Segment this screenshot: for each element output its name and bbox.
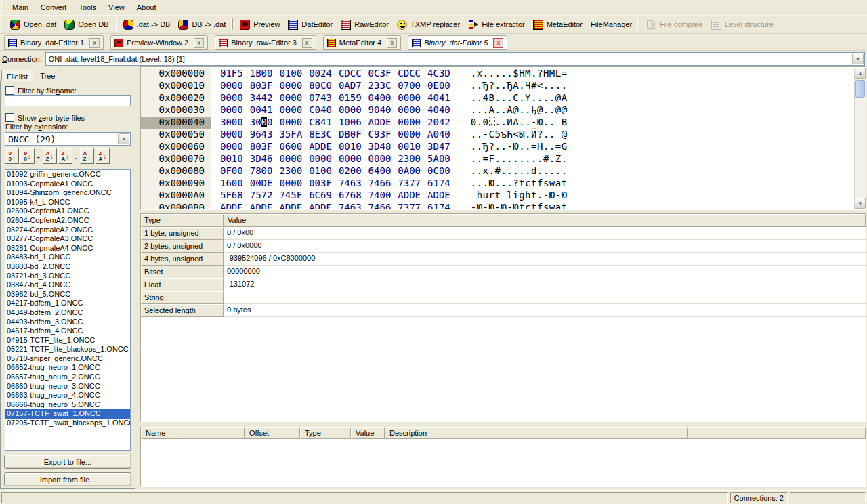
close-icon[interactable]: x bbox=[194, 38, 204, 48]
hex-byte-group[interactable]: 0000 bbox=[279, 80, 302, 92]
hex-byte-group[interactable]: 5F68 bbox=[220, 190, 243, 202]
column-header-description[interactable]: Description bbox=[385, 427, 688, 439]
list-item[interactable]: 02600-CopfemA1.ONCC bbox=[5, 207, 130, 216]
column-header-name[interactable]: Name bbox=[141, 427, 245, 439]
list-item[interactable]: 03962-bd_5.ONCC bbox=[5, 290, 130, 299]
scrollbar-thumb[interactable] bbox=[855, 80, 865, 98]
hex-byte-group[interactable]: 3442 bbox=[250, 92, 273, 104]
hex-byte-group[interactable]: ADDE bbox=[309, 202, 332, 209]
close-icon[interactable]: x bbox=[387, 38, 397, 48]
hex-row[interactable]: 0x000030000000410000C0400000904000004040… bbox=[141, 104, 853, 117]
hex-byte-group[interactable]: 4040 bbox=[427, 104, 450, 117]
extension-combobox[interactable]: ONCC (29) ▼ bbox=[5, 132, 131, 146]
filter-by-filename-checkbox[interactable] bbox=[5, 86, 14, 95]
hex-byte-group[interactable]: 0000 bbox=[220, 92, 243, 104]
list-item[interactable]: 03721-bd_3.ONCC bbox=[5, 272, 130, 281]
list-item[interactable]: 06660-thug_neuro_3.ONCC bbox=[5, 382, 130, 392]
toolbar-button-preview[interactable]: Preview bbox=[236, 17, 284, 32]
list-item[interactable]: 01095-k4_L.ONCC bbox=[5, 198, 130, 207]
menu-item-view[interactable]: View bbox=[102, 1, 131, 14]
hex-byte-group[interactable]: 2300 bbox=[398, 153, 421, 165]
hex-bytes[interactable]: 0000803F000080C00AD7233C07000E00 bbox=[211, 80, 450, 92]
hex-byte-group[interactable]: 2300 bbox=[279, 165, 302, 177]
toolbar-button-file-extractor[interactable]: File extractor bbox=[464, 17, 529, 32]
sidebar-tab-tree[interactable]: Tree bbox=[35, 70, 60, 81]
filename-filter-input[interactable] bbox=[5, 95, 131, 106]
list-item[interactable]: 01093-CopmaleA1.ONCC bbox=[5, 180, 130, 189]
tab-metaeditor-4[interactable]: MetaEditor 4x bbox=[323, 35, 401, 50]
hex-byte-group[interactable]: 3D48 bbox=[368, 141, 392, 153]
hex-byte-group[interactable]: CDCC bbox=[398, 68, 421, 80]
hex-byte-group[interactable]: 0024 bbox=[309, 68, 332, 80]
sort-button-a-z[interactable]: AZ↓ bbox=[80, 148, 94, 164]
menu-item-main[interactable]: Main bbox=[6, 1, 35, 14]
hex-ascii-text[interactable]: _hurt_light.-Ю-Ю bbox=[471, 190, 568, 202]
hex-byte-group[interactable]: 0000 bbox=[398, 129, 421, 141]
hex-byte-group[interactable]: 6174 bbox=[427, 177, 450, 190]
list-item[interactable]: 03277-CopmaleA3.ONCC bbox=[5, 234, 130, 244]
hex-byte-group[interactable]: 0010 bbox=[339, 141, 362, 153]
hex-byte-group[interactable]: 0F00 bbox=[220, 165, 243, 177]
hex-byte-group[interactable]: 0C00 bbox=[427, 165, 450, 177]
list-item[interactable]: 03847-bd_4.ONCC bbox=[5, 280, 130, 290]
menubar-grip[interactable] bbox=[1, 1, 3, 14]
hex-byte-group[interactable]: 7463 bbox=[339, 177, 362, 190]
hex-scrollbar[interactable]: ▲ ▼ bbox=[854, 68, 866, 209]
hex-row[interactable]: 0x00007000103D46000000000000000023005A00… bbox=[141, 153, 853, 165]
hex-byte-group[interactable]: 0159 bbox=[339, 92, 362, 104]
scroll-down-icon[interactable]: ▼ bbox=[855, 198, 866, 209]
tab-binary-dat-editor-1[interactable]: Binary .dat-Editor 1x bbox=[4, 35, 104, 50]
hex-editor[interactable]: 0x00000001F51B0001000024CDCC0C3FCDCC4C3D… bbox=[140, 66, 866, 210]
list-item[interactable]: 04493-bdfem_3.ONCC bbox=[5, 318, 130, 327]
list-item[interactable]: 03281-CopmaleA4.ONCC bbox=[5, 244, 130, 253]
hex-byte-group[interactable]: 3000 bbox=[220, 117, 243, 129]
hex-ascii-text[interactable]: ..=F........#.Z. bbox=[471, 153, 568, 165]
hex-byte-group[interactable]: A040 bbox=[427, 129, 450, 141]
hex-byte-group[interactable]: 7377 bbox=[398, 177, 421, 190]
chevron-down-icon[interactable]: ▼ bbox=[852, 54, 864, 64]
hex-byte-group[interactable]: 6400 bbox=[368, 165, 392, 177]
hex-byte-group[interactable]: DB0F bbox=[339, 129, 362, 141]
sort-button-9-0[interactable]: 90↓ bbox=[20, 148, 35, 164]
hex-byte-group[interactable]: 3000 bbox=[250, 117, 273, 129]
hex-ascii-text[interactable]: .x.....$HM.?HML= bbox=[471, 68, 568, 80]
list-item[interactable]: 06666-thug_neuro_5.ONCC bbox=[5, 400, 130, 410]
hex-byte-group[interactable]: 003F bbox=[309, 177, 332, 190]
hex-bytes[interactable]: 300030000000C8411006ADDE00002042 bbox=[211, 117, 450, 129]
toolbar-button-metaeditor[interactable]: MetaEditor bbox=[529, 17, 587, 32]
menu-item-tools[interactable]: Tools bbox=[72, 1, 102, 14]
hex-byte-group[interactable]: ADDE bbox=[220, 202, 243, 209]
toolbar-button-open-dat[interactable]: Open .dat bbox=[6, 17, 60, 32]
hex-byte-group[interactable]: 0000 bbox=[309, 153, 332, 165]
export-to-file-button[interactable]: Export to file... bbox=[4, 455, 131, 469]
hex-byte-group[interactable]: 0000 bbox=[279, 92, 302, 104]
hex-byte-group[interactable]: 7572 bbox=[250, 190, 273, 202]
hex-ascii-text[interactable]: ..x.#.....d..... bbox=[471, 165, 568, 177]
toolbar-button-txmp-replacer[interactable]: TXMP replacer bbox=[393, 17, 464, 32]
toolbar-button-raweditor[interactable]: RawEditor bbox=[337, 17, 393, 32]
hex-ascii-text[interactable]: ...Ю...?tctfswat bbox=[471, 177, 568, 190]
hex-byte-group[interactable]: 7800 bbox=[250, 165, 273, 177]
hex-byte-group[interactable]: 0000 bbox=[220, 80, 243, 92]
hex-byte-group[interactable]: 7463 bbox=[339, 202, 362, 209]
sort-button-z-a[interactable]: ZA↓ bbox=[96, 148, 110, 164]
hex-byte-group[interactable]: 7466 bbox=[368, 202, 392, 209]
hex-bytes[interactable]: 000000410000C0400000904000004040 bbox=[211, 104, 450, 117]
toolbar-button-filemanager[interactable]: FileManager bbox=[587, 17, 636, 32]
hex-byte-group[interactable]: 01F5 bbox=[220, 68, 243, 80]
hex-bytes[interactable]: 0F00780023000100020064000A000C00 bbox=[211, 165, 450, 177]
connection-combobox[interactable]: ONI-.dat: level18_Final.dat (Level: 18) … bbox=[45, 52, 865, 66]
menu-item-about[interactable]: About bbox=[131, 1, 163, 14]
hex-byte-group[interactable]: 0000 bbox=[339, 104, 362, 117]
hex-bytes[interactable]: 5F687572745F6C6967687400ADDEADDE bbox=[211, 190, 450, 202]
list-item[interactable]: 01092-griffin_generic.ONCC bbox=[5, 170, 130, 180]
hex-byte-group[interactable]: 6768 bbox=[339, 190, 362, 202]
column-header-value[interactable]: Value bbox=[351, 427, 385, 439]
hex-byte-group[interactable]: 3D47 bbox=[427, 141, 450, 153]
hex-byte-group[interactable]: 0010 bbox=[398, 141, 421, 153]
hex-byte-group[interactable]: 0A00 bbox=[398, 165, 421, 177]
hex-byte-group[interactable]: 7466 bbox=[368, 177, 392, 190]
hex-byte-group[interactable]: 6C69 bbox=[309, 190, 332, 202]
hex-byte-group[interactable]: 0000 bbox=[368, 153, 392, 165]
hex-bytes[interactable]: 00103D46000000000000000023005A00 bbox=[211, 153, 450, 165]
